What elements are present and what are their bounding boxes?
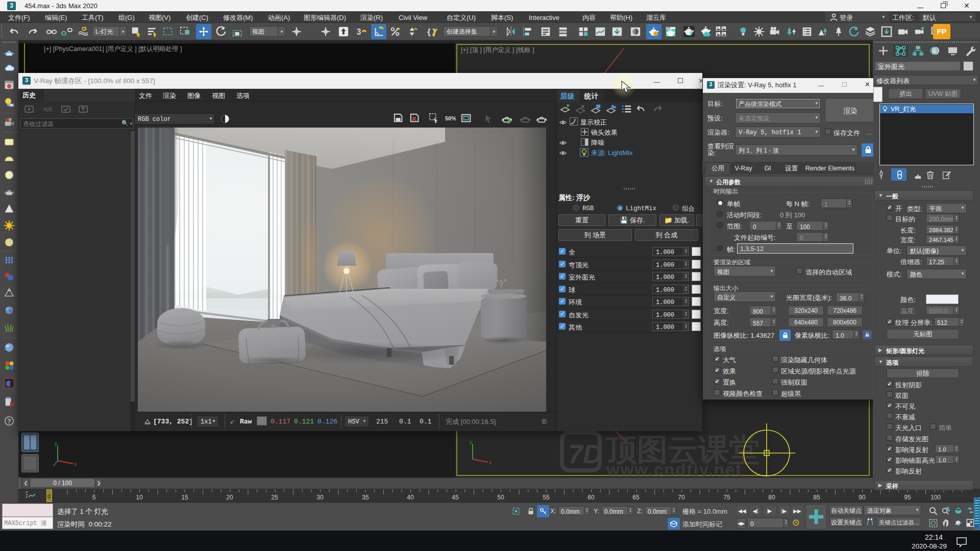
svg-text:www.cndtjy.net: www.cndtjy.net <box>606 460 742 477</box>
svg-text:?: ? <box>7 418 11 425</box>
svg-text:A|B: A|B <box>43 106 53 112</box>
svg-text:3: 3 <box>357 28 361 36</box>
svg-text:y: y <box>470 440 472 445</box>
svg-text:x: x <box>74 461 77 467</box>
svg-text:x: x <box>489 460 492 465</box>
svg-text:y: y <box>55 441 57 446</box>
svg-text:50%: 50% <box>445 115 456 121</box>
svg-text:7D: 7D <box>568 439 602 469</box>
